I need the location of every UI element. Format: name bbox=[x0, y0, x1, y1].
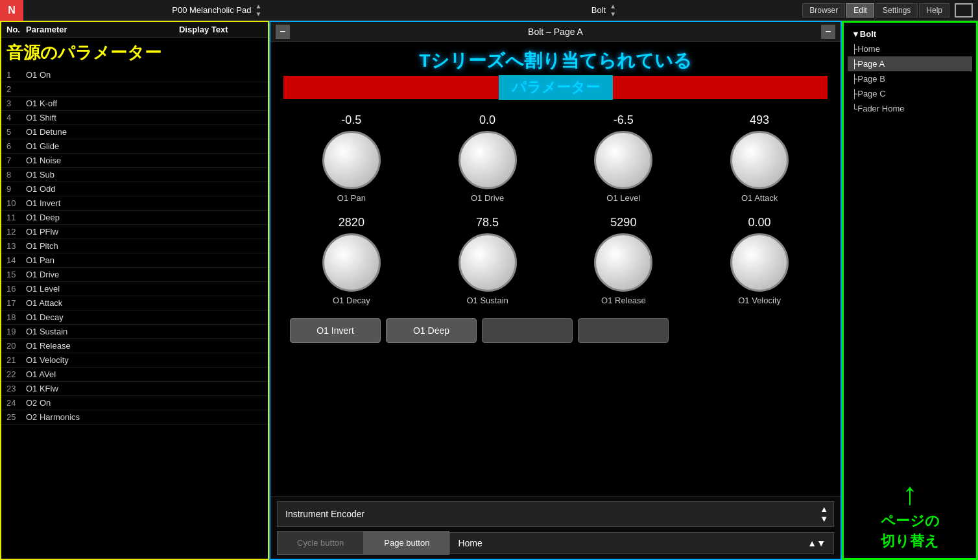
param-no: 15 bbox=[6, 270, 26, 279]
jp-subtitle: パラメーター bbox=[499, 75, 613, 100]
param-assign-button[interactable]: O1 Invert bbox=[290, 318, 381, 343]
param-name bbox=[26, 84, 263, 94]
list-item[interactable]: 17O1 Attack bbox=[1, 296, 268, 310]
param-name: O1 Decay bbox=[26, 312, 263, 322]
list-item[interactable]: 15O1 Drive bbox=[1, 268, 268, 282]
tree-item[interactable]: ├Home bbox=[848, 41, 972, 56]
knob-control[interactable] bbox=[322, 233, 381, 292]
knob-control[interactable] bbox=[322, 131, 381, 189]
knob-label: O1 Sustain bbox=[466, 296, 508, 305]
list-item[interactable]: 6O1 Glide bbox=[1, 139, 268, 154]
param-no: 1 bbox=[6, 70, 26, 80]
knob-item: -0.5 O1 Pan bbox=[306, 113, 397, 203]
tree-item[interactable]: ├Page B bbox=[848, 71, 972, 86]
knob-control[interactable] bbox=[594, 131, 652, 189]
param-name: O1 Noise bbox=[26, 156, 263, 165]
help-button[interactable]: Help bbox=[919, 3, 949, 18]
param-name: O1 PFlw bbox=[26, 227, 263, 237]
knob-item: 493 O1 Attack bbox=[714, 113, 805, 203]
list-item[interactable]: 9O1 Odd bbox=[1, 182, 268, 196]
tree-item[interactable]: └Fader Home bbox=[848, 101, 972, 116]
param-button-row: O1 InvertO1 Deep bbox=[283, 318, 828, 343]
home-arrows: ▲▼ bbox=[807, 538, 826, 548]
list-item[interactable]: 22O1 AVel bbox=[1, 368, 268, 382]
page-button[interactable]: Page button bbox=[364, 531, 449, 555]
param-no: 20 bbox=[6, 341, 26, 351]
encoder-row: Instrument Encoder ▲▼ bbox=[277, 501, 834, 527]
param-assign-button[interactable] bbox=[578, 318, 669, 343]
list-item[interactable]: 16O1 Level bbox=[1, 282, 268, 296]
param-name: O1 Drive bbox=[26, 270, 263, 279]
tree-item[interactable]: ▼Bolt bbox=[848, 27, 972, 41]
param-name: O1 Glide bbox=[26, 141, 263, 151]
list-item[interactable]: 4O1 Shift bbox=[1, 111, 268, 125]
list-item[interactable]: 7O1 Noise bbox=[1, 154, 268, 168]
param-name: O1 Odd bbox=[26, 184, 263, 194]
tree-item[interactable]: ├Page A bbox=[848, 56, 972, 71]
center-minus-right-button[interactable]: − bbox=[821, 25, 835, 39]
center-panel: − Bolt – Page A − Tシリーズへ割り当てられている パラメーター… bbox=[269, 21, 842, 560]
list-item[interactable]: 12O1 PFlw bbox=[1, 225, 268, 239]
list-item[interactable]: 21O1 Velocity bbox=[1, 353, 268, 368]
knob-row-2: 2820 O1 Decay 78.5 O1 Sustain 5290 O1 Re… bbox=[283, 216, 828, 305]
cycle-button[interactable]: Cycle button bbox=[277, 531, 364, 555]
list-item[interactable]: 19O1 Sustain bbox=[1, 325, 268, 339]
list-item[interactable]: 3O1 K-off bbox=[1, 97, 268, 111]
list-item[interactable]: 18O1 Decay bbox=[1, 310, 268, 325]
center-top-bar: − Bolt – Page A − bbox=[270, 22, 841, 42]
edit-button[interactable]: Edit bbox=[846, 3, 874, 18]
knob-item: 0.00 O1 Velocity bbox=[714, 216, 805, 305]
knob-label: O1 Decay bbox=[333, 296, 370, 305]
param-no: 24 bbox=[6, 398, 26, 408]
browser-button[interactable]: Browser bbox=[802, 3, 845, 18]
knob-label: O1 Velocity bbox=[738, 296, 781, 305]
param-assign-button[interactable]: O1 Deep bbox=[386, 318, 477, 343]
param-name: O1 Pan bbox=[26, 255, 263, 265]
device-selector[interactable]: Bolt ▲▼ bbox=[411, 3, 798, 18]
bottom-controls: Instrument Encoder ▲▼ Cycle button Page … bbox=[270, 496, 841, 559]
knob-label: O1 Drive bbox=[471, 193, 504, 203]
list-item[interactable]: 1O1 On bbox=[1, 68, 268, 82]
knob-value: -6.5 bbox=[614, 113, 634, 127]
list-item[interactable]: 5O1 Detune bbox=[1, 125, 268, 139]
param-name: O1 Release bbox=[26, 341, 263, 351]
knob-control[interactable] bbox=[730, 233, 789, 292]
param-no: 11 bbox=[6, 213, 26, 222]
list-item[interactable]: 13O1 Pitch bbox=[1, 239, 268, 253]
encoder-arrows[interactable]: ▲▼ bbox=[815, 502, 833, 526]
knob-control[interactable] bbox=[459, 131, 517, 189]
main-layout: No. Parameter Display Text 音源のパラメーター 1O1… bbox=[0, 21, 978, 560]
list-item[interactable]: 25O2 Harmonics bbox=[1, 410, 268, 425]
knob-control[interactable] bbox=[594, 233, 652, 292]
center-minus-button[interactable]: − bbox=[276, 25, 290, 39]
param-name: O1 Level bbox=[26, 284, 263, 294]
knob-control[interactable] bbox=[730, 131, 789, 189]
list-item[interactable]: 23O1 KFlw bbox=[1, 382, 268, 396]
param-no: 18 bbox=[6, 312, 26, 322]
preset-selector[interactable]: P00 Melancholic Pad ▲▼ bbox=[23, 3, 411, 18]
left-panel: No. Parameter Display Text 音源のパラメーター 1O1… bbox=[0, 21, 269, 560]
param-no: 13 bbox=[6, 241, 26, 251]
list-item[interactable]: 24O2 On bbox=[1, 396, 268, 410]
list-item[interactable]: 8O1 Sub bbox=[1, 168, 268, 182]
knob-value: 0.00 bbox=[748, 216, 771, 229]
window-rect bbox=[955, 3, 973, 18]
param-assign-button[interactable] bbox=[482, 318, 573, 343]
param-no: 21 bbox=[6, 355, 26, 365]
list-item[interactable]: 11O1 Deep bbox=[1, 211, 268, 225]
home-select[interactable]: Home ▲▼ bbox=[449, 532, 834, 554]
param-no: 2 bbox=[6, 84, 26, 94]
preset-arrows[interactable]: ▲▼ bbox=[255, 3, 261, 18]
list-item[interactable]: 20O1 Release bbox=[1, 339, 268, 353]
tree-item[interactable]: ├Page C bbox=[848, 86, 972, 101]
device-arrows[interactable]: ▲▼ bbox=[610, 3, 616, 18]
settings-button[interactable]: Settings bbox=[876, 3, 918, 18]
encoder-label: Instrument Encoder bbox=[278, 504, 815, 524]
param-no: 8 bbox=[6, 170, 26, 180]
list-item[interactable]: 10O1 Invert bbox=[1, 196, 268, 211]
knob-control[interactable] bbox=[459, 233, 517, 292]
list-item[interactable]: 14O1 Pan bbox=[1, 253, 268, 268]
param-name: O1 KFlw bbox=[26, 384, 263, 393]
param-no: 9 bbox=[6, 184, 26, 194]
list-item[interactable]: 2 bbox=[1, 82, 268, 97]
